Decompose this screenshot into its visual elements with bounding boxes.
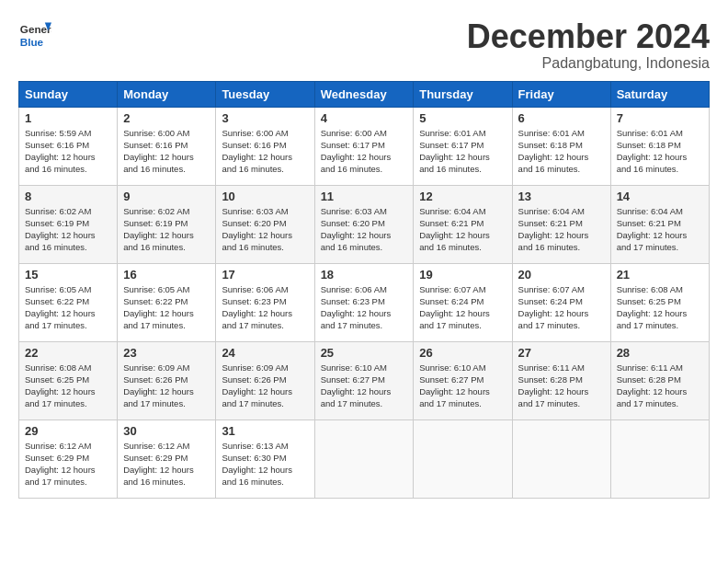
day-number: 19 (419, 268, 506, 282)
column-header-monday: Monday (118, 81, 216, 107)
calendar-cell: 30Sunrise: 6:12 AMSunset: 6:29 PMDayligh… (118, 419, 216, 498)
day-info: Sunrise: 6:09 AMSunset: 6:26 PMDaylight:… (222, 362, 308, 410)
day-info: Sunrise: 6:00 AMSunset: 6:16 PMDaylight:… (222, 127, 308, 176)
day-number: 18 (321, 268, 408, 282)
day-number: 31 (222, 424, 308, 438)
column-header-tuesday: Tuesday (216, 81, 314, 107)
calendar-cell: 17Sunrise: 6:06 AMSunset: 6:23 PMDayligh… (216, 263, 314, 341)
calendar-cell: 26Sunrise: 6:10 AMSunset: 6:27 PMDayligh… (414, 341, 512, 419)
day-number: 24 (222, 346, 308, 360)
day-number: 16 (123, 268, 210, 282)
day-info: Sunrise: 6:10 AMSunset: 6:27 PMDaylight:… (321, 362, 408, 410)
column-header-thursday: Thursday (414, 81, 512, 107)
day-info: Sunrise: 6:06 AMSunset: 6:23 PMDaylight:… (321, 283, 408, 332)
day-number: 15 (25, 268, 111, 282)
day-info: Sunrise: 6:05 AMSunset: 6:22 PMDaylight:… (123, 283, 210, 332)
day-info: Sunrise: 6:01 AMSunset: 6:18 PMDaylight:… (518, 127, 605, 176)
day-number: 8 (25, 190, 111, 203)
day-number: 6 (518, 111, 605, 125)
day-info: Sunrise: 6:00 AMSunset: 6:16 PMDaylight:… (123, 127, 210, 176)
calendar-cell: 19Sunrise: 6:07 AMSunset: 6:24 PMDayligh… (414, 263, 512, 341)
week-row-4: 22Sunrise: 6:08 AMSunset: 6:25 PMDayligh… (19, 341, 710, 419)
day-info: Sunrise: 6:12 AMSunset: 6:29 PMDaylight:… (123, 440, 210, 488)
calendar-cell: 13Sunrise: 6:04 AMSunset: 6:21 PMDayligh… (512, 185, 610, 263)
column-header-friday: Friday (512, 81, 610, 107)
svg-text:Blue: Blue (20, 36, 44, 48)
day-number: 14 (617, 190, 703, 203)
calendar-cell: 2Sunrise: 6:00 AMSunset: 6:16 PMDaylight… (118, 107, 216, 185)
day-number: 17 (222, 268, 308, 282)
week-row-3: 15Sunrise: 6:05 AMSunset: 6:22 PMDayligh… (19, 263, 710, 341)
day-info: Sunrise: 6:10 AMSunset: 6:27 PMDaylight:… (419, 362, 506, 410)
day-info: Sunrise: 6:08 AMSunset: 6:25 PMDaylight:… (25, 362, 111, 410)
day-info: Sunrise: 6:04 AMSunset: 6:21 PMDaylight:… (419, 205, 506, 254)
calendar-cell: 7Sunrise: 6:01 AMSunset: 6:18 PMDaylight… (610, 107, 709, 185)
day-number: 25 (321, 346, 408, 360)
logo: General Blue (18, 18, 51, 52)
day-info: Sunrise: 6:11 AMSunset: 6:28 PMDaylight:… (617, 362, 703, 410)
day-number: 9 (123, 190, 210, 203)
page-header: General Blue December 2024 Padangbatung,… (18, 18, 710, 72)
day-number: 21 (617, 268, 703, 282)
day-number: 3 (222, 111, 308, 125)
day-number: 27 (518, 346, 605, 360)
calendar-cell: 25Sunrise: 6:10 AMSunset: 6:27 PMDayligh… (314, 341, 414, 419)
day-number: 12 (419, 190, 506, 203)
day-info: Sunrise: 6:04 AMSunset: 6:21 PMDaylight:… (518, 205, 605, 254)
calendar-cell (512, 419, 610, 498)
calendar-cell: 23Sunrise: 6:09 AMSunset: 6:26 PMDayligh… (118, 341, 216, 419)
week-row-2: 8Sunrise: 6:02 AMSunset: 6:19 PMDaylight… (19, 185, 710, 263)
month-title: December 2024 (467, 18, 710, 55)
calendar-cell: 5Sunrise: 6:01 AMSunset: 6:17 PMDaylight… (414, 107, 512, 185)
day-info: Sunrise: 6:01 AMSunset: 6:18 PMDaylight:… (617, 127, 703, 176)
day-number: 5 (419, 111, 506, 125)
day-info: Sunrise: 6:07 AMSunset: 6:24 PMDaylight:… (518, 283, 605, 332)
day-number: 1 (25, 111, 111, 125)
column-header-wednesday: Wednesday (314, 81, 414, 107)
week-row-1: 1Sunrise: 5:59 AMSunset: 6:16 PMDaylight… (19, 107, 710, 185)
calendar-cell (610, 419, 709, 498)
day-info: Sunrise: 6:02 AMSunset: 6:19 PMDaylight:… (123, 205, 210, 254)
calendar-cell: 20Sunrise: 6:07 AMSunset: 6:24 PMDayligh… (512, 263, 610, 341)
day-info: Sunrise: 6:05 AMSunset: 6:22 PMDaylight:… (25, 283, 111, 332)
calendar-cell: 8Sunrise: 6:02 AMSunset: 6:19 PMDaylight… (19, 185, 118, 263)
day-number: 22 (25, 346, 111, 360)
calendar-cell: 22Sunrise: 6:08 AMSunset: 6:25 PMDayligh… (19, 341, 118, 419)
calendar-cell: 29Sunrise: 6:12 AMSunset: 6:29 PMDayligh… (19, 419, 118, 498)
calendar-cell: 31Sunrise: 6:13 AMSunset: 6:30 PMDayligh… (216, 419, 314, 498)
calendar-cell: 6Sunrise: 6:01 AMSunset: 6:18 PMDaylight… (512, 107, 610, 185)
day-number: 13 (518, 190, 605, 203)
day-info: Sunrise: 6:03 AMSunset: 6:20 PMDaylight:… (321, 205, 408, 254)
calendar-cell: 9Sunrise: 6:02 AMSunset: 6:19 PMDaylight… (118, 185, 216, 263)
day-number: 23 (123, 346, 210, 360)
calendar-cell: 15Sunrise: 6:05 AMSunset: 6:22 PMDayligh… (19, 263, 118, 341)
day-info: Sunrise: 6:07 AMSunset: 6:24 PMDaylight:… (419, 283, 506, 332)
day-number: 4 (321, 111, 408, 125)
calendar-cell: 4Sunrise: 6:00 AMSunset: 6:17 PMDaylight… (314, 107, 414, 185)
calendar-cell: 11Sunrise: 6:03 AMSunset: 6:20 PMDayligh… (314, 185, 414, 263)
week-row-5: 29Sunrise: 6:12 AMSunset: 6:29 PMDayligh… (19, 419, 710, 498)
calendar-cell: 28Sunrise: 6:11 AMSunset: 6:28 PMDayligh… (610, 341, 709, 419)
day-info: Sunrise: 6:02 AMSunset: 6:19 PMDaylight:… (25, 205, 111, 254)
day-info: Sunrise: 6:00 AMSunset: 6:17 PMDaylight:… (321, 127, 408, 176)
day-number: 7 (617, 111, 703, 125)
day-number: 28 (617, 346, 703, 360)
calendar-cell (414, 419, 512, 498)
calendar-cell: 14Sunrise: 6:04 AMSunset: 6:21 PMDayligh… (610, 185, 709, 263)
day-info: Sunrise: 6:08 AMSunset: 6:25 PMDaylight:… (617, 283, 703, 332)
calendar-cell: 21Sunrise: 6:08 AMSunset: 6:25 PMDayligh… (610, 263, 709, 341)
day-number: 29 (25, 424, 111, 438)
column-header-sunday: Sunday (19, 81, 118, 107)
day-number: 10 (222, 190, 308, 203)
calendar-header-row: SundayMondayTuesdayWednesdayThursdayFrid… (19, 81, 710, 107)
day-info: Sunrise: 6:13 AMSunset: 6:30 PMDaylight:… (222, 440, 308, 488)
calendar-cell (314, 419, 414, 498)
day-info: Sunrise: 6:03 AMSunset: 6:20 PMDaylight:… (222, 205, 308, 254)
calendar-cell: 27Sunrise: 6:11 AMSunset: 6:28 PMDayligh… (512, 341, 610, 419)
day-number: 11 (321, 190, 408, 203)
calendar-cell: 24Sunrise: 6:09 AMSunset: 6:26 PMDayligh… (216, 341, 314, 419)
column-header-saturday: Saturday (610, 81, 709, 107)
day-info: Sunrise: 6:01 AMSunset: 6:17 PMDaylight:… (419, 127, 506, 176)
day-number: 2 (123, 111, 210, 125)
day-info: Sunrise: 6:11 AMSunset: 6:28 PMDaylight:… (518, 362, 605, 410)
